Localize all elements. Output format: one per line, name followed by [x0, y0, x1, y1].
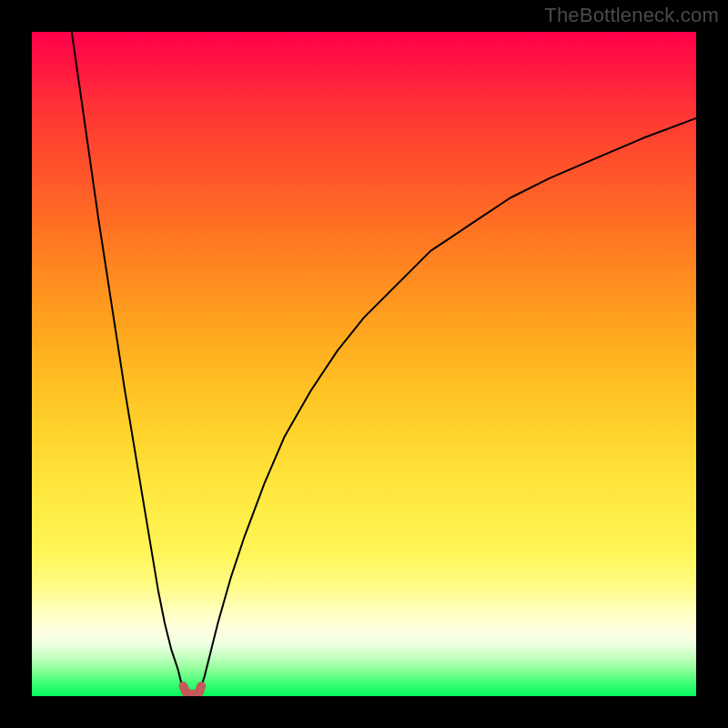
curves-group [72, 32, 696, 694]
series-bottleneck-curve-left [72, 32, 184, 686]
series-bottleneck-marker [183, 686, 201, 694]
plot-area [32, 32, 696, 696]
chart-frame: TheBottleneck.com [0, 0, 728, 728]
watermark-text: TheBottleneck.com [544, 4, 719, 27]
curve-svg [32, 32, 696, 696]
series-bottleneck-curve-right [201, 118, 696, 686]
